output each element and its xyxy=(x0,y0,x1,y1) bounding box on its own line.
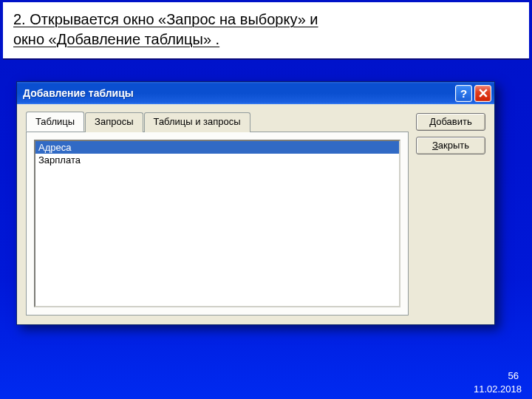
dialog-body: Таблицы Запросы Таблицы и запросы Адреса… xyxy=(17,104,494,324)
tab-panel: Адреса Зарплата xyxy=(26,132,409,316)
dialog-title: Добавление таблицы xyxy=(23,87,453,99)
left-column: Таблицы Запросы Таблицы и запросы Адреса… xyxy=(26,112,409,316)
add-button-hotkey: Д xyxy=(429,116,436,127)
close-dialog-button[interactable]: Закрыть xyxy=(416,137,485,154)
list-item[interactable]: Зарплата xyxy=(35,154,399,166)
add-button-rest: обавить xyxy=(436,116,472,127)
page-number: 56 xyxy=(508,370,519,381)
close-icon xyxy=(479,89,488,98)
help-icon: ? xyxy=(460,87,467,100)
slide: 2. Открывается окно «Запрос на выборку» … xyxy=(0,0,532,399)
tab-tables-and-queries[interactable]: Таблицы и запросы xyxy=(144,112,250,132)
close-button[interactable] xyxy=(474,85,491,102)
tab-queries[interactable]: Запросы xyxy=(85,112,143,132)
caption-line-2: окно «Добавление таблицы» . xyxy=(13,30,519,50)
footer-date: 11.02.2018 xyxy=(474,383,522,395)
tabstrip: Таблицы Запросы Таблицы и запросы xyxy=(26,112,409,132)
close-button-hotkey: З xyxy=(432,140,438,151)
titlebar[interactable]: Добавление таблицы ? xyxy=(17,82,494,104)
right-column: Добавить Закрыть xyxy=(416,112,485,316)
close-button-rest: акрыть xyxy=(438,140,469,151)
caption-box: 2. Открывается окно «Запрос на выборку» … xyxy=(3,2,529,60)
add-button[interactable]: Добавить xyxy=(416,113,485,131)
help-button[interactable]: ? xyxy=(455,85,472,102)
caption-line-1: 2. Открывается окно «Запрос на выборку» … xyxy=(13,10,519,30)
tables-listbox[interactable]: Адреса Зарплата xyxy=(34,140,400,307)
tab-tables[interactable]: Таблицы xyxy=(26,112,84,132)
add-table-dialog: Добавление таблицы ? Таблицы Запросы Таб… xyxy=(16,81,495,325)
list-item[interactable]: Адреса xyxy=(35,141,399,154)
